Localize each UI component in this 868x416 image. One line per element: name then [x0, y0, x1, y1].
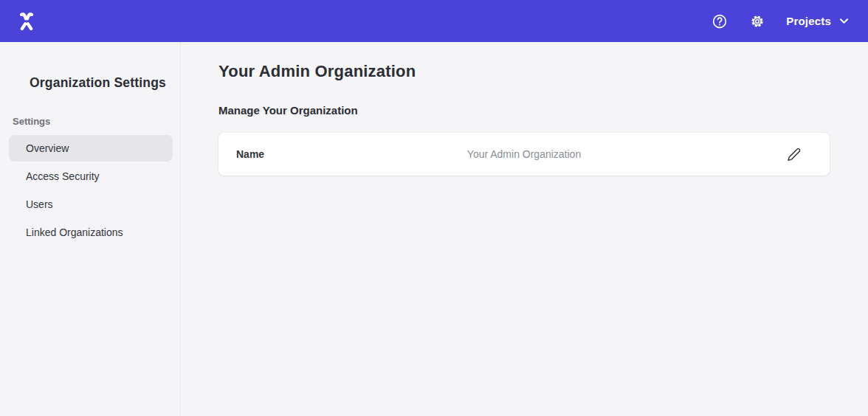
sidebar-section-label: Settings: [13, 116, 180, 127]
section-title: Manage Your Organization: [218, 104, 830, 117]
main-content: Your Admin Organization Manage Your Orga…: [181, 42, 868, 416]
sidebar-item-overview[interactable]: Overview: [9, 135, 173, 162]
page-body: Organization Settings Settings Overview …: [0, 42, 868, 416]
sidebar-item-users[interactable]: Users: [9, 191, 173, 218]
sidebar-nav: Overview Access Security Users Linked Or…: [0, 135, 180, 246]
pencil-icon: [786, 147, 802, 162]
brand-x-logo-icon[interactable]: [15, 10, 38, 33]
projects-dropdown[interactable]: Projects: [786, 15, 849, 27]
name-label: Name: [236, 148, 264, 160]
sidebar-title: Organization Settings: [30, 75, 180, 91]
organization-name-card: Name Your Admin Organization: [218, 133, 830, 176]
page-title: Your Admin Organization: [218, 62, 830, 81]
name-row-label-cell: Name: [236, 148, 467, 161]
top-navigation-bar: Projects: [0, 0, 868, 42]
sidebar-item-linked-organizations[interactable]: Linked Organizations: [9, 219, 173, 246]
chevron-down-icon: [839, 17, 849, 25]
sidebar-item-access-security[interactable]: Access Security: [9, 163, 173, 190]
topbar-actions: Projects: [711, 13, 849, 30]
help-icon[interactable]: [711, 13, 728, 30]
settings-sidebar: Organization Settings Settings Overview …: [0, 42, 181, 416]
name-row-actions: [581, 145, 812, 163]
gear-icon[interactable]: [748, 13, 766, 30]
edit-name-button[interactable]: [785, 145, 802, 163]
projects-dropdown-label: Projects: [786, 15, 831, 27]
organization-name-value: Your Admin Organization: [467, 148, 581, 160]
